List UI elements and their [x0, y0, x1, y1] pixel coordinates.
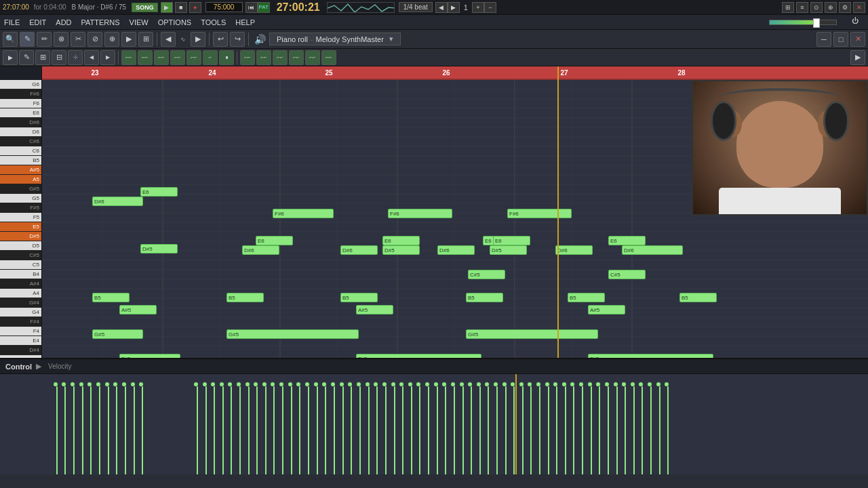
piano-key-D#5[interactable]: D#5	[0, 232, 42, 241]
draw-tool[interactable]: ✏	[37, 32, 52, 47]
scroll-right-button[interactable]: ▶	[850, 50, 865, 65]
note-2[interactable]: D#5	[140, 244, 178, 253]
quantize-btn[interactable]: ⊹	[68, 50, 83, 65]
note-grid[interactable]: 232425262728	[42, 66, 868, 358]
play-roll-button[interactable]: ▶	[3, 50, 18, 65]
undo-button[interactable]: ↩	[213, 32, 228, 47]
menu-add[interactable]: ADD	[56, 18, 71, 26]
piano-key-D6[interactable]: D6	[0, 127, 42, 137]
piano-key-A4[interactable]: A4	[0, 289, 42, 298]
browser-button[interactable]: ⊙	[810, 2, 823, 13]
artic-3[interactable]: ⌐⌐	[154, 50, 169, 65]
note-35[interactable]: D#5	[490, 245, 527, 255]
note-20[interactable]: D#5	[382, 245, 420, 255]
note-4[interactable]: A#5	[119, 305, 157, 314]
artic-6[interactable]: ⌐	[203, 50, 218, 65]
piano-key-G5[interactable]: G5	[0, 194, 42, 203]
note-43[interactable]: B5	[679, 293, 717, 302]
redo-button[interactable]: ↪	[230, 32, 245, 47]
erase-tool[interactable]: ⊗	[54, 32, 68, 47]
control-body[interactable]	[0, 374, 868, 474]
plugin-button[interactable]: ⊕	[825, 2, 837, 13]
piano-key-A#5[interactable]: A#5	[0, 165, 42, 175]
quantize-left[interactable]: ◀	[84, 50, 99, 65]
piano-key-D5[interactable]: D5	[0, 241, 42, 251]
piano-key-G#4[interactable]: G#4	[0, 298, 42, 308]
piano-key-F#4[interactable]: F#4	[0, 317, 42, 327]
play-button[interactable]: ▶	[161, 2, 173, 13]
piano-key-D#4[interactable]: D#4	[0, 346, 42, 355]
note-36[interactable]: B5	[568, 293, 605, 302]
menu-edit[interactable]: EDIT	[29, 18, 46, 26]
piano-key-E5[interactable]: E5	[0, 222, 42, 232]
note-40[interactable]: E6	[608, 236, 646, 245]
note-19[interactable]: D#6	[340, 245, 378, 255]
cut-tool[interactable]: ✂	[71, 32, 85, 47]
note-22[interactable]: A#5	[356, 305, 393, 314]
note-28[interactable]: B5	[466, 293, 503, 302]
close-pianoroll-button[interactable]: ✕	[850, 32, 865, 47]
note-33[interactable]: E6	[493, 236, 530, 245]
select-tool[interactable]: ✎	[20, 32, 35, 47]
note-25[interactable]: C#5	[468, 270, 505, 279]
dropdown-icon[interactable]: ▾	[389, 35, 393, 43]
piano-key-F5[interactable]: F5	[0, 213, 42, 222]
piano-key-E6[interactable]: E6	[0, 108, 42, 118]
snap-right[interactable]: ▶	[191, 32, 205, 47]
note-32[interactable]: F#6	[507, 209, 572, 218]
artic-13[interactable]: ⌐⌐	[321, 50, 336, 65]
piano-key-A5[interactable]: A5	[0, 175, 42, 184]
menu-help[interactable]: HELP	[235, 18, 255, 26]
piano-key-F#6[interactable]: F#6	[0, 89, 42, 99]
note-37[interactable]: A#5	[588, 305, 625, 314]
rewind-button[interactable]: ⏮	[245, 2, 258, 13]
artic-10[interactable]: ⌐⌐	[273, 50, 288, 65]
step-plus[interactable]: +	[472, 2, 484, 13]
piano-key-B4[interactable]: B4	[0, 270, 42, 279]
note-5[interactable]: G#5	[92, 329, 143, 339]
snap-left[interactable]: ◀	[161, 32, 176, 47]
snap-tool[interactable]: ⊞	[138, 32, 153, 47]
note-1[interactable]: E6	[140, 187, 178, 197]
piano-key-C#6[interactable]: C#6	[0, 137, 42, 146]
power-button[interactable]: ⏻	[852, 17, 864, 28]
note-29[interactable]: G#5	[466, 329, 598, 339]
piano-key-G#5[interactable]: G#5	[0, 184, 42, 194]
maximize-button[interactable]: □	[833, 32, 848, 47]
zoom-tool[interactable]: ⊕	[104, 32, 119, 47]
step-minus[interactable]: −	[484, 2, 496, 13]
note-10[interactable]: F#6	[273, 209, 334, 218]
artic-4[interactable]: ⌐⌐	[170, 50, 185, 65]
mixer-button[interactable]: ⊞	[782, 2, 794, 13]
note-12[interactable]: D#6	[242, 245, 279, 255]
piano-key-F4[interactable]: F4	[0, 327, 42, 336]
song-button[interactable]: SONG	[132, 3, 158, 12]
artic-1[interactable]: ⌐⌐	[121, 50, 136, 65]
artic-12[interactable]: ⌐⌐	[305, 50, 320, 65]
beat-selector[interactable]: 1/4 beat	[399, 2, 433, 12]
menu-patterns[interactable]: PATTERNS	[81, 18, 120, 26]
note-34[interactable]: D#6	[555, 245, 593, 255]
note-27[interactable]: D#6	[437, 245, 475, 255]
artic-7[interactable]: ∎	[219, 50, 234, 65]
minimize-button[interactable]: ─	[816, 32, 831, 47]
piano-key-A#4[interactable]: A#4	[0, 279, 42, 289]
record-button[interactable]: ●	[189, 2, 201, 13]
playlist-button[interactable]: ≡	[796, 2, 808, 13]
mute-tool[interactable]: ⊘	[87, 32, 102, 47]
piano-key-G4[interactable]: G4	[0, 308, 42, 317]
note-0[interactable]: D#6	[92, 197, 143, 206]
zoom-out-button[interactable]: 🔍	[3, 32, 18, 47]
piano-key-C6[interactable]: C6	[0, 146, 42, 156]
artic-9[interactable]: ⌐⌐	[256, 50, 271, 65]
stop-button[interactable]: ■	[175, 2, 187, 13]
note-13[interactable]: B5	[226, 293, 264, 302]
note-42[interactable]: C#5	[608, 270, 646, 279]
pencil-tool[interactable]: ✎	[19, 50, 34, 65]
piano-key-F#5[interactable]: F#5	[0, 203, 42, 213]
artic-2[interactable]: ⌐⌐	[138, 50, 153, 65]
piano-key-F6[interactable]: F6	[0, 99, 42, 108]
artic-5[interactable]: ⌐⌐	[186, 50, 201, 65]
menu-view[interactable]: VIEW	[130, 18, 149, 26]
artic-11[interactable]: ⌐⌐	[289, 50, 304, 65]
